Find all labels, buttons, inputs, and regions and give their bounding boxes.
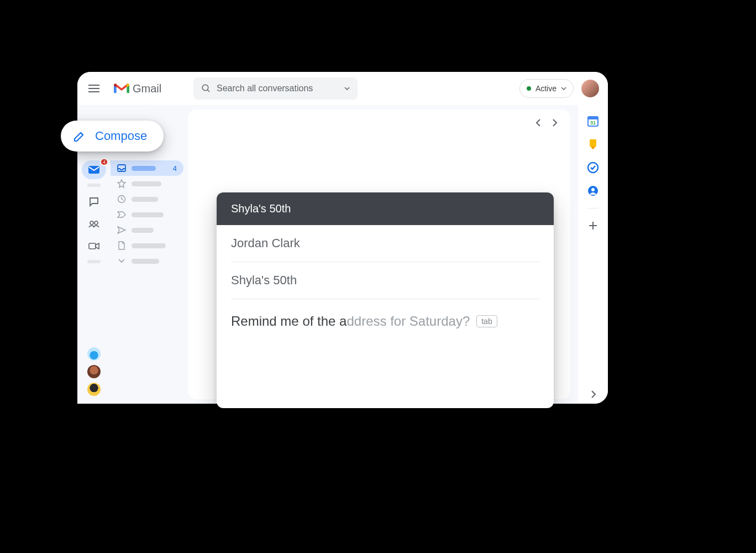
- svg-point-2: [202, 85, 208, 91]
- spaces-icon: [88, 220, 99, 228]
- rail-spaces[interactable]: [85, 215, 103, 233]
- svg-rect-6: [89, 243, 96, 249]
- status-label: Active: [536, 84, 556, 93]
- compose-window: Shyla's 50th Jordan Clark Shyla's 50th R…: [217, 192, 554, 408]
- chevron-left-icon: [536, 119, 541, 127]
- draft-icon: [118, 241, 125, 250]
- presence-avatar[interactable]: [87, 347, 101, 361]
- contacts-icon: [587, 185, 599, 196]
- chat-icon: [89, 197, 99, 207]
- compose-subject-value: Shyla's 50th: [231, 273, 297, 287]
- typed-text: Remind me of the a: [231, 314, 347, 328]
- clock-icon: [117, 195, 126, 204]
- rail-label-placeholder: [87, 260, 101, 263]
- rail-label-placeholder: [87, 184, 101, 187]
- compose-to-value: Jordan Clark: [231, 236, 300, 250]
- search-options-caret-icon[interactable]: [344, 87, 350, 90]
- svg-rect-12: [592, 147, 594, 149]
- chevron-down-icon: [561, 87, 566, 90]
- calendar-icon: 31: [587, 115, 599, 127]
- side-panel: 31: [578, 105, 608, 404]
- compose-body: Jordan Clark Shyla's 50th Remind me of t…: [217, 225, 554, 343]
- keep-app-button[interactable]: [587, 138, 599, 150]
- nav-more[interactable]: [111, 253, 183, 269]
- status-dot-icon: [527, 86, 531, 91]
- plus-icon: [589, 221, 597, 230]
- compose-title-bar[interactable]: Shyla's 50th: [217, 192, 554, 225]
- svg-point-4: [90, 221, 93, 225]
- tasks-icon: [587, 161, 599, 174]
- nav-sent[interactable]: [111, 222, 183, 238]
- rail-meet[interactable]: [85, 237, 103, 255]
- search-icon: [201, 84, 211, 93]
- collapse-side-panel-button[interactable]: [591, 390, 596, 398]
- svg-point-5: [95, 221, 98, 225]
- next-button[interactable]: [549, 117, 560, 128]
- calendar-app-button[interactable]: 31: [587, 115, 599, 127]
- svg-text:31: 31: [590, 120, 596, 126]
- compose-title: Shyla's 50th: [231, 202, 291, 215]
- mail-icon: [88, 165, 100, 174]
- presence-avatar[interactable]: [87, 383, 101, 396]
- inbox-icon: [117, 164, 126, 172]
- tasks-app-button[interactable]: [587, 161, 599, 174]
- meet-icon: [88, 242, 99, 250]
- nav-drafts[interactable]: [111, 238, 183, 253]
- nav-starred[interactable]: [111, 176, 183, 191]
- menu-icon: [88, 85, 99, 92]
- gmail-logo-icon: [114, 82, 129, 95]
- svg-rect-7: [118, 165, 125, 171]
- rail-presence-list: [87, 347, 101, 396]
- compose-label: Compose: [95, 129, 147, 143]
- chevron-right-icon: [552, 119, 558, 127]
- keep-icon: [587, 138, 599, 150]
- presence-avatar[interactable]: [87, 365, 101, 378]
- compose-editor[interactable]: Remind me of the address for Saturday? t…: [231, 299, 539, 343]
- svg-point-15: [591, 188, 595, 191]
- nav-snoozed[interactable]: [111, 191, 183, 207]
- rail-chat[interactable]: [85, 192, 103, 211]
- app-name: Gmail: [133, 82, 161, 95]
- rail-mail[interactable]: 4: [82, 160, 106, 179]
- search-box[interactable]: Search all conversations: [193, 77, 358, 100]
- contacts-app-button[interactable]: [587, 185, 599, 197]
- header: Gmail Search all conversations Active: [77, 72, 608, 105]
- star-icon: [117, 179, 126, 188]
- main-menu-button[interactable]: [82, 76, 106, 101]
- prev-button[interactable]: [533, 117, 544, 128]
- pager: [533, 117, 560, 128]
- important-icon: [117, 211, 126, 218]
- chevron-down-icon: [118, 259, 125, 263]
- compose-button[interactable]: Compose: [61, 121, 164, 152]
- pencil-icon: [73, 129, 86, 143]
- add-apps-button[interactable]: [587, 220, 599, 232]
- tab-hint: tab: [476, 315, 497, 327]
- gmail-window: Gmail Search all conversations Active: [77, 72, 608, 404]
- nav-inbox[interactable]: 4: [111, 160, 183, 176]
- inbox-count: 4: [173, 164, 177, 173]
- mail-badge: 4: [100, 158, 108, 166]
- smart-compose-suggestion: ddress for Saturday?: [347, 314, 470, 328]
- sent-icon: [117, 226, 126, 234]
- account-avatar[interactable]: [581, 80, 599, 97]
- status-chip[interactable]: Active: [519, 79, 574, 98]
- svg-rect-10: [588, 117, 598, 119]
- nav-important[interactable]: [111, 207, 183, 222]
- search-placeholder: Search all conversations: [217, 84, 344, 93]
- compose-subject-field[interactable]: Shyla's 50th: [231, 262, 539, 299]
- app-logo-area[interactable]: Gmail: [114, 82, 187, 95]
- compose-to-field[interactable]: Jordan Clark: [231, 225, 539, 262]
- chevron-right-icon: [591, 390, 596, 398]
